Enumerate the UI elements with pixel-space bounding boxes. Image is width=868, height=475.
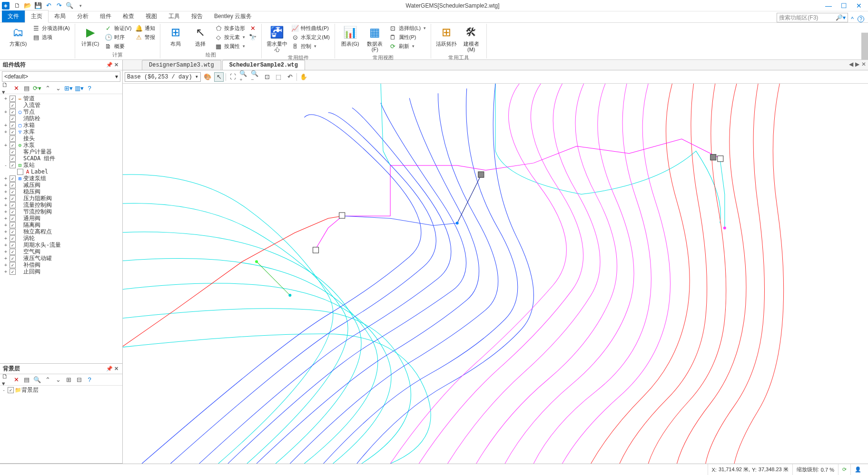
tab-analyze[interactable]: 分析	[71, 10, 94, 22]
expander-icon[interactable]: +	[3, 123, 9, 128]
checkbox[interactable]	[10, 155, 16, 162]
expander-icon[interactable]: +	[3, 229, 9, 234]
expander-icon[interactable]: +	[3, 183, 9, 188]
checkbox[interactable]	[10, 122, 16, 128]
tree-icon[interactable]: ⊞▾	[65, 85, 72, 92]
options-button[interactable]: ▤选项	[31, 33, 71, 41]
map-canvas[interactable]	[123, 84, 868, 464]
expander-icon[interactable]: +	[3, 189, 9, 194]
tab-file[interactable]: 文件	[2, 10, 25, 22]
save-icon[interactable]: 💾	[34, 2, 42, 10]
panel-help-icon[interactable]: ?	[86, 85, 93, 92]
close-button[interactable]: ✕	[852, 1, 866, 10]
edit-icon[interactable]: ▤	[23, 85, 30, 92]
layout-button[interactable]: ⊞ 布局	[164, 24, 187, 48]
filter-icon[interactable]: ▥▾	[75, 85, 83, 92]
tree-node[interactable]: 客户计量器	[1, 148, 121, 155]
tree-node[interactable]: +周期水头-流量	[1, 242, 121, 248]
doc-tab-1[interactable]: DesignerSample3.wtg	[142, 60, 221, 70]
chart-button[interactable]: 📊 图表(G)	[339, 24, 362, 48]
expand-icon[interactable]: ⊞	[65, 376, 72, 384]
tree-node[interactable]: 接头	[1, 135, 121, 142]
checkbox[interactable]	[10, 262, 16, 268]
alarm-button[interactable]: ⚠警报	[134, 33, 156, 41]
checkbox[interactable]	[10, 96, 16, 102]
expander-icon[interactable]: +	[3, 176, 9, 181]
tab-close-icon[interactable]: ✕	[861, 61, 866, 68]
tree-node[interactable]: +⊙水泵	[1, 142, 121, 148]
checkbox[interactable]	[8, 387, 14, 393]
tree-node[interactable]: +压力阻断阀	[1, 195, 121, 202]
tree-node[interactable]: +节流控制阀	[1, 208, 121, 215]
search-icon[interactable]: 🔎▾	[836, 14, 846, 21]
expander-icon[interactable]: +	[3, 109, 9, 115]
pin-icon[interactable]: 📌	[106, 62, 113, 68]
control-button[interactable]: 🎚控制	[290, 42, 331, 50]
ribbon-collapse-icon[interactable]: ^	[851, 16, 854, 22]
tree-node[interactable]: +✏管道	[1, 95, 121, 102]
tab-tools[interactable]: 工具	[163, 10, 186, 22]
tree-node[interactable]: +通用阀	[1, 215, 121, 222]
zoom-in-icon[interactable]: 🔍⁺	[239, 72, 249, 82]
verify-button[interactable]: ✓验证(V)	[104, 24, 133, 32]
tree-node[interactable]: +▽水库	[1, 128, 121, 135]
zoom-window-icon[interactable]: ⊡	[262, 72, 272, 82]
checkbox[interactable]	[10, 202, 16, 208]
selection-set-button[interactable]: ⊡选择组(L)	[388, 24, 427, 32]
checkbox[interactable]	[10, 255, 16, 262]
expander-icon[interactable]: +	[3, 129, 9, 135]
find-button[interactable]: 🔭	[248, 33, 257, 41]
checkbox[interactable]	[10, 249, 16, 255]
expander-icon[interactable]: +	[3, 269, 9, 274]
sync-icon[interactable]: ⟳▾	[33, 85, 41, 92]
tree-node[interactable]: ALabel	[1, 168, 121, 175]
panel-help-icon[interactable]: ?	[86, 376, 93, 384]
checkbox[interactable]	[10, 269, 16, 275]
sync-status-icon[interactable]: ⟳	[842, 466, 847, 473]
open-icon[interactable]: 📂	[24, 2, 31, 10]
zoom-prev-icon[interactable]: ↶	[285, 72, 295, 82]
compute-button[interactable]: ▶ 计算(C)	[79, 24, 102, 48]
panel-close-icon[interactable]: ✕	[113, 62, 119, 68]
new-icon[interactable]: 🗋▾	[2, 85, 10, 92]
checkbox[interactable]	[10, 129, 16, 135]
tab-report[interactable]: 报告	[186, 10, 208, 22]
background-tree[interactable]: - 📁 背景层	[0, 386, 122, 463]
checkbox[interactable]	[10, 136, 16, 142]
pin-icon[interactable]: 📌	[106, 366, 113, 372]
tree-node-background[interactable]: - 📁 背景层	[1, 387, 121, 393]
up-icon[interactable]: ⌃	[44, 85, 51, 92]
ribbon-search[interactable]: 搜索功能区(F3) 🔎▾	[777, 13, 848, 22]
expander-icon[interactable]: +	[3, 143, 9, 148]
delete-icon[interactable]: ✕	[12, 376, 20, 384]
tab-next-icon[interactable]: ▶	[855, 61, 859, 68]
select-all-button[interactable]: ☰分项选择(A)	[31, 24, 71, 32]
pan-icon[interactable]: ✋	[299, 72, 308, 82]
pump-def-button[interactable]: ⊙水泵定义(M)	[290, 33, 331, 41]
expander-icon[interactable]: +	[3, 262, 9, 268]
up-icon[interactable]: ⌃	[44, 376, 51, 384]
table-button[interactable]: ▦ 数据表(F)	[364, 24, 386, 53]
expander-icon[interactable]: -	[1, 388, 7, 393]
checkbox[interactable]	[10, 142, 16, 148]
expander-icon[interactable]: +	[3, 223, 9, 228]
redo-icon[interactable]: ↷	[55, 2, 63, 10]
help-icon[interactable]: ?	[858, 16, 864, 22]
checkbox[interactable]	[10, 222, 16, 228]
checkbox[interactable]	[10, 215, 16, 222]
expander-icon[interactable]: +	[3, 203, 9, 208]
expander-icon[interactable]: +	[3, 256, 9, 261]
tree-node[interactable]: +涡轮	[1, 235, 121, 242]
notify-button[interactable]: 🔔通知	[134, 24, 156, 32]
tree-node[interactable]: +▢水箱	[1, 122, 121, 128]
checkbox[interactable]	[10, 116, 16, 122]
qat-customize-icon[interactable]	[76, 2, 84, 10]
zoom-out-icon[interactable]: 🔍⁻	[251, 72, 260, 82]
new-document-icon[interactable]: 🗋	[13, 2, 21, 10]
curves-button[interactable]: 📈特性曲线(P)	[290, 24, 331, 32]
properties-button[interactable]: 🗒属性(P)	[388, 33, 427, 41]
checkbox[interactable]	[10, 102, 16, 108]
checkbox[interactable]	[10, 149, 16, 155]
tree-node[interactable]: +液压气动罐	[1, 255, 121, 262]
sequence-button[interactable]: 🕒时序	[104, 33, 133, 41]
